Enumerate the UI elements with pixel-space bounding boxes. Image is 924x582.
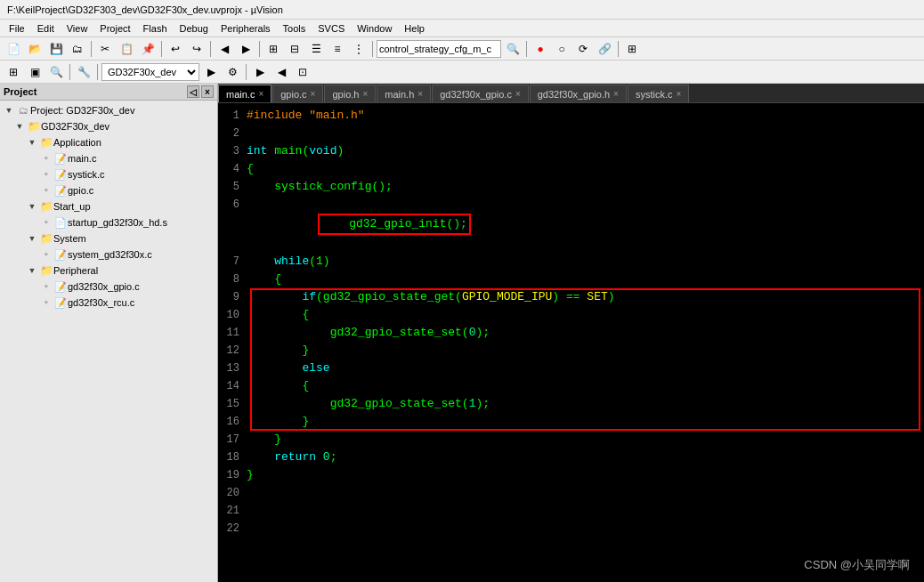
code-editor: main.c × gpio.c × gpio.h × main.h × gd32… <box>218 84 924 582</box>
project-dropdown[interactable]: GD32F30x_dev <box>101 63 199 81</box>
menu-svcs[interactable]: SVCS <box>312 22 350 35</box>
line-num: 2 <box>218 125 247 142</box>
proj-go-btn[interactable]: ▶ <box>201 62 221 82</box>
save-all-btn[interactable]: 🗂 <box>68 39 87 59</box>
save-btn[interactable]: 💾 <box>46 39 66 59</box>
tab-label: gd32f30x_gpio.h <box>538 89 610 100</box>
sidebar-item-startup[interactable]: ▼ 📁 Start_up <box>0 198 217 214</box>
gpio-c-label: gpio.c <box>68 185 93 196</box>
code-line-13: 13 else <box>218 360 924 377</box>
tab-close-icon[interactable]: × <box>613 89 619 99</box>
code-content[interactable]: 1 #include "main.h" 2 3 int main(void) 4… <box>218 103 924 582</box>
t2-btn-d[interactable]: 🔧 <box>74 62 93 82</box>
sidebar-item-main-c[interactable]: + 📝 main.c <box>0 150 217 166</box>
line-content: gd32_gpio_state_set(1); <box>247 395 924 413</box>
btn-h[interactable]: ⟳ <box>573 39 593 59</box>
sep6 <box>526 41 527 57</box>
undo-btn[interactable]: ↩ <box>166 39 185 59</box>
btn-g[interactable]: ○ <box>552 39 571 59</box>
sidebar-item-systick-c[interactable]: + 📝 systick.c <box>0 166 217 182</box>
redo-btn[interactable]: ↪ <box>187 39 207 59</box>
search-go-btn[interactable]: 🔍 <box>503 39 523 59</box>
line-num: 22 <box>218 520 247 538</box>
sidebar-item-gpio-c[interactable]: + 📝 gpio.c <box>0 182 217 198</box>
t2-btn-e[interactable]: ⚙ <box>223 62 242 82</box>
tab-close-icon[interactable]: × <box>677 89 682 99</box>
tree-project-root[interactable]: ▼ 🗂 Project: GD32F30x_dev <box>0 102 217 118</box>
btn-f[interactable]: ● <box>531 39 550 59</box>
btn-i[interactable]: 🔗 <box>595 39 614 59</box>
t2-btn-h[interactable]: ⊡ <box>293 62 312 82</box>
line-content <box>247 502 924 520</box>
sep3 <box>210 41 211 57</box>
tab-close-icon[interactable]: × <box>362 89 368 99</box>
sep1 <box>91 41 92 57</box>
btn-b[interactable]: ⊟ <box>285 39 304 59</box>
t2-btn-b[interactable]: ▣ <box>25 62 45 82</box>
code-line-17: 17 } <box>218 431 924 449</box>
menu-debug[interactable]: Debug <box>174 22 214 35</box>
tree-device-root[interactable]: ▼ 📁 GD32F30x_dev <box>0 118 217 134</box>
tab-systick-c[interactable]: systick.c × <box>628 85 689 102</box>
menu-edit[interactable]: Edit <box>32 22 60 35</box>
menu-window[interactable]: Window <box>352 22 397 35</box>
line-content: } <box>247 431 924 449</box>
btn-c[interactable]: ☰ <box>306 39 326 59</box>
folder-icon: 📁 <box>27 119 41 133</box>
tab-main-c[interactable]: main.c × <box>218 85 272 102</box>
sidebar-item-application[interactable]: ▼ 📁 Application <box>0 134 217 150</box>
nav-fwd-btn[interactable]: ▶ <box>236 39 255 59</box>
toolbar1: 📄 📂 💾 🗂 ✂ 📋 📌 ↩ ↪ ◀ ▶ ⊞ ⊟ ☰ ≡ ⋮ 🔍 ● ○ ⟳ … <box>0 37 924 61</box>
btn-j[interactable]: ⊞ <box>622 39 642 59</box>
line-num: 9 <box>218 288 247 306</box>
search-input[interactable] <box>377 40 501 58</box>
line-content: while(1) <box>247 253 924 271</box>
folder-icon: 📁 <box>39 263 53 278</box>
menu-peripherals[interactable]: Peripherals <box>215 22 276 35</box>
tab-main-h[interactable]: main.h × <box>377 85 431 102</box>
sidebar-header: Project ◁ × <box>0 84 217 101</box>
nav-back-btn[interactable]: ◀ <box>215 39 234 59</box>
menu-file[interactable]: File <box>4 22 30 35</box>
btn-d[interactable]: ≡ <box>328 39 347 59</box>
new-btn[interactable]: 📄 <box>4 39 23 59</box>
tab-close-icon[interactable]: × <box>515 89 521 99</box>
tab-close-icon[interactable]: × <box>311 89 316 99</box>
copy-btn[interactable]: 📋 <box>117 39 136 59</box>
open-btn[interactable]: 📂 <box>25 39 45 59</box>
tab-close-icon[interactable]: × <box>417 89 423 99</box>
sidebar-item-system[interactable]: ▼ 📁 System <box>0 230 217 247</box>
menu-tools[interactable]: Tools <box>278 22 312 35</box>
paste-btn[interactable]: 📌 <box>138 39 158 59</box>
menu-project[interactable]: Project <box>94 22 135 35</box>
menu-view[interactable]: View <box>61 22 93 35</box>
tab-gpio-h[interactable]: gpio.h × <box>324 85 376 102</box>
t2-sep1 <box>69 64 70 80</box>
sidebar-item-startup-s[interactable]: + 📄 startup_gd32f30x_hd.s <box>0 214 217 230</box>
t2-btn-a[interactable]: ⊞ <box>4 62 23 82</box>
sidebar-btn-b[interactable]: × <box>201 85 214 98</box>
tab-close-icon[interactable]: × <box>258 89 263 99</box>
t2-btn-f[interactable]: ▶ <box>250 62 270 82</box>
line-num: 14 <box>218 377 247 395</box>
sidebar-item-system-c[interactable]: + 📝 system_gd32f30x.c <box>0 247 217 263</box>
menu-flash[interactable]: Flash <box>138 22 173 35</box>
tab-gd32f30x-gpio-c[interactable]: gd32f30x_gpio.c × <box>432 85 529 102</box>
file-icon: 📝 <box>53 279 68 294</box>
sidebar-btn-a[interactable]: ◁ <box>187 85 199 98</box>
cut-btn[interactable]: ✂ <box>95 39 115 59</box>
tab-gpio-c[interactable]: gpio.c × <box>272 85 323 102</box>
menu-help[interactable]: Help <box>399 22 430 35</box>
t2-btn-c[interactable]: 🔍 <box>46 62 66 82</box>
tab-gd32f30x-gpio-h[interactable]: gd32f30x_gpio.h × <box>530 85 627 102</box>
sidebar-item-peripheral[interactable]: ▼ 📁 Peripheral <box>0 263 217 279</box>
sidebar-item-gpio-driver-c[interactable]: + 📝 gd32f30x_gpio.c <box>0 279 217 295</box>
file-icon: 📝 <box>53 247 68 262</box>
sidebar-item-rcu-c[interactable]: + 📝 gd32f30x_rcu.c <box>0 295 217 311</box>
project-sidebar: Project ◁ × ▼ 🗂 Project: GD32F30x_dev ▼ … <box>0 84 218 582</box>
btn-a[interactable]: ⊞ <box>263 39 283 59</box>
peripheral-label: Peripheral <box>53 265 98 276</box>
t2-btn-g[interactable]: ◀ <box>272 62 291 82</box>
btn-e[interactable]: ⋮ <box>349 39 369 59</box>
editor-tabs: main.c × gpio.c × gpio.h × main.h × gd32… <box>218 84 924 103</box>
